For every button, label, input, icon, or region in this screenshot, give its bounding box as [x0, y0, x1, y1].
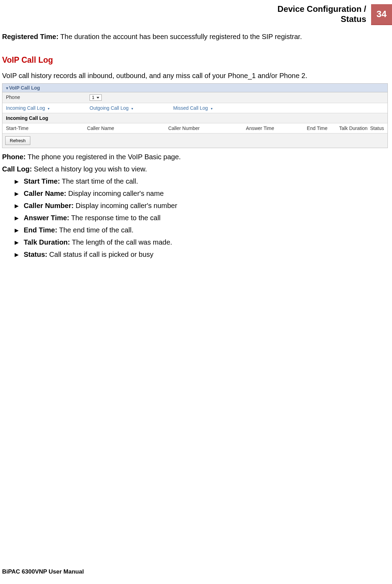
list-item: ▶ Caller Name: Display incoming caller's…: [15, 189, 388, 198]
col-answer-time: Answer Time: [243, 123, 303, 133]
calllog-field-desc: Select a history log you wish to view.: [32, 165, 147, 173]
col-status: Status: [369, 123, 387, 133]
list-item-text: Status: Call status if call is picked or…: [24, 250, 153, 259]
tab-outgoing[interactable]: Outgoing Call Log ▾: [86, 103, 170, 113]
triangle-bullet-icon: ▶: [15, 178, 19, 185]
section-title-voip-call-log: VoIP Call Log: [2, 55, 388, 65]
bullet-desc: Display incoming caller's name: [66, 190, 163, 197]
list-item: ▶ Status: Call status if call is picked …: [15, 250, 388, 259]
bullet-label: End Time:: [24, 226, 57, 234]
list-item: ▶ Talk Duration: The length of the call …: [15, 238, 388, 247]
registered-time-label: Registered Time:: [2, 33, 59, 40]
phone-field-para: Phone: The phone you registered in the V…: [2, 152, 388, 162]
refresh-button[interactable]: Refresh: [5, 136, 30, 145]
bullet-desc: The end time of the call.: [57, 226, 133, 234]
panel-title: ▼VoIP Call Log: [2, 84, 387, 92]
header-title-line1: Device Configuration /: [277, 4, 366, 14]
chevron-down-icon: [97, 97, 99, 99]
triangle-bullet-icon: ▶: [15, 251, 19, 258]
chevron-down-icon: ▾: [48, 107, 49, 110]
tabs-row: Incoming Call Log ▾ Outgoing Call Log ▾ …: [2, 103, 387, 113]
col-caller-number: Caller Number: [165, 123, 243, 133]
list-item-text: End Time: The end time of the call.: [24, 225, 133, 235]
page-number-badge: 34: [371, 4, 392, 25]
tab-incoming-label: Incoming Call Log: [6, 105, 45, 111]
chevron-down-icon: ▾: [131, 107, 133, 110]
list-item: ▶ End Time: The end time of the call.: [15, 225, 388, 235]
header-title-line2: Status: [341, 14, 366, 24]
calllog-field-para: Call Log: Select a history log you wish …: [2, 164, 388, 174]
chevron-down-icon: ▾: [211, 107, 213, 110]
bullet-label: Talk Duration:: [24, 238, 70, 246]
phone-field-desc: The phone you registered in the VoIP Bas…: [26, 153, 181, 161]
list-item-text: Caller Number: Display incoming caller's…: [24, 201, 177, 210]
list-item: ▶ Answer Time: The response time to the …: [15, 213, 388, 223]
list-item-text: Answer Time: The response time to the ca…: [24, 213, 161, 223]
tab-missed[interactable]: Missed Call Log ▾: [170, 103, 387, 113]
triangle-bullet-icon: ▶: [15, 215, 19, 222]
page-header: Device Configuration / Status 34: [0, 0, 392, 25]
footer-manual-title: BiPAC 6300VNP User Manual: [2, 568, 84, 575]
bullet-desc: The start time of the call.: [60, 177, 138, 185]
registered-time-para: Registered Time: The duration the accoun…: [2, 32, 388, 41]
subheader-label: Incoming Call Log: [2, 113, 387, 123]
voip-intro-para: VoIP call history records all inbound, o…: [2, 71, 388, 80]
list-item: ▶ Start Time: The start time of the call…: [15, 177, 388, 186]
phone-select-cell: 1: [86, 92, 105, 103]
bullet-desc: Call status if call is picked or busy: [47, 251, 154, 258]
triangle-bullet-icon: ▶: [15, 239, 19, 246]
phone-select[interactable]: 1: [90, 94, 102, 101]
tab-outgoing-label: Outgoing Call Log: [90, 105, 129, 111]
tab-missed-label: Missed Call Log: [173, 105, 208, 111]
bullet-label: Answer Time:: [24, 214, 69, 222]
bullet-desc: The response time to the call: [69, 214, 161, 222]
col-end-time: End Time: [303, 123, 336, 133]
triangle-bullet-icon: ▶: [15, 202, 19, 209]
calllog-field-label: Call Log:: [2, 165, 32, 173]
col-start-time: Start-Time: [2, 123, 84, 133]
bullet-list: ▶ Start Time: The start time of the call…: [15, 177, 388, 259]
bullet-label: Caller Name:: [24, 190, 66, 197]
phone-row: Phone 1: [2, 92, 387, 103]
bullet-label: Status:: [24, 251, 47, 258]
bullet-label: Caller Number:: [24, 202, 74, 209]
registered-time-desc: The duration the account has been succes…: [59, 33, 302, 40]
list-item: ▶ Caller Number: Display incoming caller…: [15, 201, 388, 210]
phone-field-label: Phone:: [2, 153, 26, 161]
voip-call-log-panel: ▼VoIP Call Log Phone 1 Incoming Call Log…: [2, 83, 388, 148]
list-item-text: Caller Name: Display incoming caller's n…: [24, 189, 164, 198]
panel-title-text: VoIP Call Log: [9, 85, 40, 91]
tab-incoming[interactable]: Incoming Call Log ▾: [2, 103, 86, 113]
col-caller-name: Caller Name: [84, 123, 165, 133]
bullet-desc: Display incoming caller's number: [74, 202, 177, 209]
page-number: 34: [377, 9, 387, 20]
phone-select-value: 1: [92, 95, 94, 100]
list-item-text: Talk Duration: The length of the call wa…: [24, 238, 172, 247]
phone-label: Phone: [2, 92, 86, 103]
refresh-row: Refresh: [2, 133, 387, 148]
header-title: Device Configuration / Status: [277, 4, 371, 24]
subheader-row: Incoming Call Log: [2, 113, 387, 123]
col-talk-duration: Talk Duration: [336, 123, 369, 133]
list-item-text: Start Time: The start time of the call.: [24, 177, 138, 186]
triangle-bullet-icon: ▶: [15, 190, 19, 197]
chevron-down-icon: ▼: [5, 86, 9, 90]
triangle-bullet-icon: ▶: [15, 227, 19, 234]
columns-row: Start-Time Caller Name Caller Number Ans…: [2, 123, 387, 133]
bullet-desc: The length of the call was made.: [70, 238, 172, 246]
bullet-label: Start Time:: [24, 177, 60, 185]
